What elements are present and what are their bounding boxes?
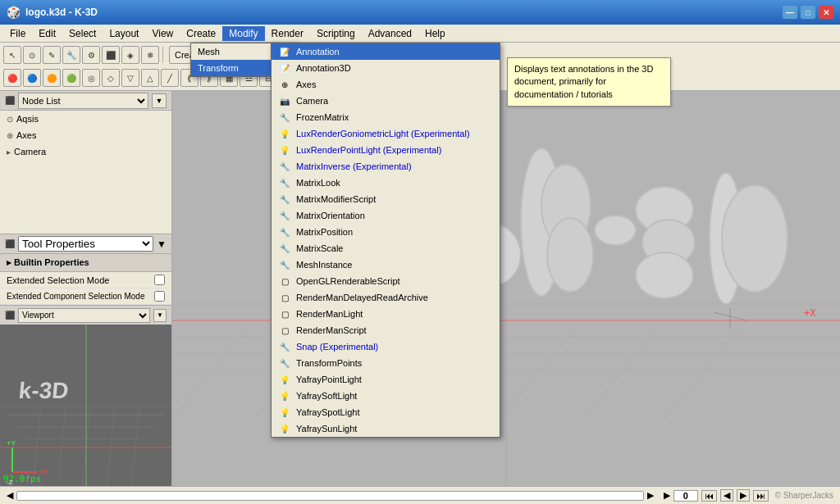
submenu-snap[interactable]: 🔧 Snap (Experimental) [272,338,500,355]
tb2-7[interactable]: ▽ [121,69,139,87]
svg-text:+X: +X [804,307,816,319]
transform-submenu[interactable]: 📝 Annotation 📝 Annotation3D ⊕ Axes 📷 Cam… [271,43,500,438]
submenu-renderman-script[interactable]: ▢ RenderManScript [272,322,500,338]
submenu-yafray-point[interactable]: 💡 YafrayPointLight [272,371,500,388]
scroll-left-btn[interactable]: ◀ [7,490,13,501]
submenu-matrix-modifier[interactable]: 🔧 MatrixModifierScript [272,191,500,207]
menu-view[interactable]: View [145,26,180,41]
renderman-script-icon: ▢ [278,324,291,337]
yafray-sun-icon: 💡 [278,422,291,435]
renderman-light-label: RenderManLight [296,309,363,319]
play-start-btn[interactable]: ⏮ [701,490,717,502]
prop-extended-selection: Extended Selection Mode [7,275,154,285]
submenu-yafray-soft[interactable]: 💡 YafraySoftLight [272,388,500,404]
copyright: © SharperJacks [775,491,833,500]
tb-btn-select[interactable]: ↖ [3,46,21,64]
submenu-axes[interactable]: ⊕ Axes [272,76,500,93]
menu-modify[interactable]: Modify [222,26,264,41]
tree-item-axes[interactable]: ⊕ Axes [0,127,171,143]
annotation-icon: 📝 [278,45,291,58]
submenu-matrix-orientation[interactable]: 🔧 MatrixOrientation [272,207,500,224]
submenu-matrix-scale[interactable]: 🔧 MatrixScale [272,240,500,257]
menu-advanced[interactable]: Advanced [362,26,418,41]
submenu-transform-points[interactable]: 🔧 TransformPoints [272,355,500,371]
tb-btn-8[interactable]: ❄ [141,46,159,64]
tb2-1[interactable]: 🔴 [3,69,21,87]
submenu-matrix-look[interactable]: 🔧 MatrixLook [272,175,500,191]
frame-value: 0 [673,490,698,502]
renderman-script-label: RenderManScript [296,325,367,335]
renderman-delayed-label: RenderManDelayedReadArchive [296,293,428,302]
tb-sep-1 [162,47,166,63]
submenu-frozen-matrix[interactable]: 🔧 FrozenMatrix [272,109,500,125]
submenu-luxrender-goniometric[interactable]: 💡 LuxRenderGoniometricLight (Experimenta… [272,125,500,142]
submenu-renderman-delayed[interactable]: ▢ RenderManDelayedReadArchive [272,289,500,306]
tool-props-select[interactable]: Tool Properties [18,236,153,252]
viewport-left-arrow[interactable]: ▼ [153,309,167,322]
menu-edit[interactable]: Edit [32,26,62,41]
axes-icon: ⊕ [7,131,13,140]
play-prev-btn[interactable]: ◀ [720,489,733,502]
tb2-5[interactable]: ◎ [82,69,100,87]
h-scrollbar[interactable] [16,491,644,501]
menu-layout[interactable]: Layout [103,26,145,41]
play-next-btn[interactable]: ▶ [737,489,750,502]
lux-goniometric-icon: 💡 [278,127,291,140]
tb-btn-5[interactable]: ⚙ [82,46,100,64]
minimize-button[interactable]: — [783,6,797,19]
menu-scripting[interactable]: Scripting [310,26,362,41]
snap-icon: 🔧 [278,340,291,353]
submenu-yafray-sun[interactable]: 💡 YafraySunLight [272,420,500,437]
tb2-2[interactable]: 🔵 [23,69,41,87]
menu-render[interactable]: Render [265,26,310,41]
menu-file[interactable]: File [3,26,32,41]
submenu-camera[interactable]: 📷 Camera [272,93,500,109]
matrix-scale-icon: 🔧 [278,242,291,255]
submenu-luxrender-point[interactable]: 💡 LuxRenderPointLight (Experimental) [272,142,500,158]
viewport-left-select[interactable]: Viewport [18,308,150,323]
prop-checkbox-1[interactable] [154,275,165,285]
submenu-annotation3d[interactable]: 📝 Annotation3D [272,60,500,76]
matrix-inverse-icon: 🔧 [278,160,291,173]
submenu-renderman-light[interactable]: ▢ RenderManLight [272,306,500,322]
menu-select[interactable]: Select [62,26,103,41]
node-list-arrow[interactable]: ▼ [152,93,167,108]
tb2-6[interactable]: ◇ [102,69,120,87]
matrix-look-label: MatrixLook [296,178,340,188]
camera-sub-icon: 📷 [278,94,291,107]
submenu-annotation[interactable]: 📝 Annotation [272,43,500,60]
tb-btn-6[interactable]: ⬛ [102,46,120,64]
annotation3d-icon: 📝 [278,61,291,75]
maximize-button[interactable]: □ [801,6,815,19]
titlebar: 🎲 logo.k3d - K-3D — □ ✕ [0,0,840,25]
svg-text:+Y: +Y [7,439,16,447]
menu-create[interactable]: Create [180,26,222,41]
play-end-btn[interactable]: ⏭ [753,490,769,502]
tool-props-arrow[interactable]: ▼ [157,238,167,250]
scroll-right-btn[interactable]: ▶ [647,490,654,501]
node-list-select[interactable]: Node List [18,93,148,109]
close-button[interactable]: ✕ [819,6,833,19]
tb2-8[interactable]: △ [141,69,159,87]
tb-btn-7[interactable]: ◈ [121,46,139,64]
submenu-yafray-spot[interactable]: 💡 YafraySpotLight [272,404,500,420]
submenu-opengl[interactable]: ▢ OpenGLRenderableScript [272,273,500,289]
submenu-matrix-inverse[interactable]: 🔧 MatrixInverse (Experimental) [272,158,500,175]
prop-checkbox-2[interactable] [154,291,165,302]
tb-btn-3[interactable]: ✎ [43,46,61,64]
tb2-3[interactable]: 🟠 [43,69,61,87]
menu-help[interactable]: Help [418,26,452,41]
submenu-mesh-instance[interactable]: 🔧 MeshInstance [272,257,500,273]
viewport-left-icon: ⬛ [5,311,15,320]
submenu-matrix-position[interactable]: 🔧 MatrixPosition [272,224,500,240]
matrix-position-icon: 🔧 [278,225,291,238]
tree-item-camera[interactable]: ▸ Camera [0,143,171,160]
aqsis-label: Aqsis [16,114,39,124]
svg-text:k-3D: k-3D [18,378,70,403]
tb-btn-2[interactable]: ⊙ [23,46,41,64]
window-title: logo.k3d - K-3D [25,7,98,18]
tree-item-aqsis[interactable]: ⊙ Aqsis [0,111,171,127]
tb-btn-4[interactable]: 🔧 [62,46,80,64]
tb2-4[interactable]: 🟢 [62,69,80,87]
tb2-9[interactable]: ╱ [161,69,179,87]
